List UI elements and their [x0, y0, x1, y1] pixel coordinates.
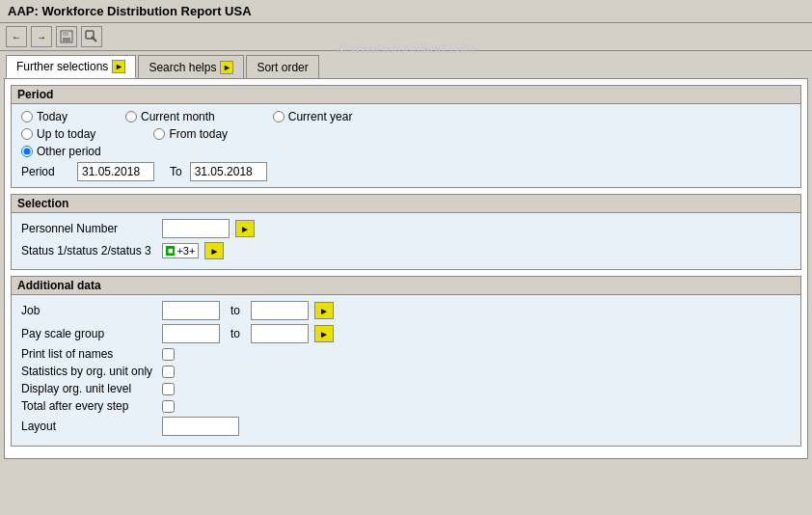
period-current-year-radio[interactable]: [273, 111, 284, 122]
period-up-to-today-item: Up to today: [21, 127, 95, 141]
period-current-year-label: Current year: [288, 110, 353, 123]
period-from-today-item: From today: [153, 127, 228, 141]
job-input[interactable]: [162, 301, 220, 320]
print-list-checkbox[interactable]: [162, 348, 175, 361]
personnel-number-input[interactable]: [162, 219, 230, 238]
period-field-label: Period: [21, 165, 69, 178]
main-content: Period Today Current month Current year: [4, 78, 808, 459]
period-other-item: Other period: [21, 145, 101, 158]
period-today-item: Today: [21, 110, 68, 123]
job-to-input[interactable]: [251, 301, 309, 320]
status-row: Status 1/status 2/status 3 ■ +3+ ►: [21, 242, 791, 259]
pay-scale-input[interactable]: [162, 324, 220, 343]
statistics-label: Statistics by org. unit only: [21, 365, 156, 378]
period-from-input[interactable]: [77, 162, 154, 181]
total-row: Total after every step: [21, 399, 791, 413]
tab-further-selections-label: Further selections: [16, 60, 108, 73]
period-row-1: Today Current month Current year: [21, 110, 791, 123]
tab-further-selections-arrow: ►: [112, 60, 125, 73]
display-org-row: Display org. unit level: [21, 382, 791, 395]
job-arrow-btn[interactable]: ►: [314, 302, 334, 319]
job-row: Job to ►: [21, 301, 791, 320]
pay-scale-arrow-btn[interactable]: ►: [314, 325, 334, 342]
personnel-number-label: Personnel Number: [21, 222, 156, 235]
title-bar: AAP: Workforce Distribution Report USA: [0, 0, 812, 23]
total-checkbox[interactable]: [162, 400, 175, 413]
period-today-label: Today: [37, 110, 68, 123]
selection-section-body: Personnel Number ► Status 1/status 2/sta…: [12, 213, 800, 269]
period-from-today-label: From today: [169, 127, 228, 141]
pay-scale-to-input[interactable]: [251, 324, 309, 343]
period-other-radio[interactable]: [21, 146, 33, 157]
statistics-row: Statistics by org. unit only: [21, 365, 791, 378]
toolbar: ← →: [0, 23, 812, 51]
back-button[interactable]: ←: [6, 26, 27, 47]
pay-scale-row: Pay scale group to ►: [21, 324, 791, 343]
print-list-row: Print list of names: [21, 347, 791, 361]
additional-section-body: Job to ► Pay scale group to ► Print list…: [12, 295, 800, 446]
period-current-month-item: Current month: [125, 110, 215, 123]
total-label: Total after every step: [21, 399, 156, 413]
display-org-label: Display org. unit level: [21, 382, 156, 395]
layout-label: Layout: [21, 420, 156, 433]
statistics-checkbox[interactable]: [162, 366, 175, 378]
app-title: AAP: Workforce Distribution Report USA: [8, 4, 252, 18]
tab-further-selections[interactable]: Further selections ►: [6, 55, 136, 78]
period-current-month-radio[interactable]: [125, 111, 137, 122]
forward-button[interactable]: →: [31, 26, 52, 47]
display-org-checkbox[interactable]: [162, 383, 175, 395]
period-section-body: Today Current month Current year Up to t…: [12, 104, 800, 187]
selection-section: Selection Personnel Number ► Status 1/st…: [11, 194, 801, 270]
period-to-label: To: [170, 165, 182, 178]
layout-input[interactable]: [162, 417, 239, 436]
period-up-to-today-label: Up to today: [37, 127, 95, 141]
job-label: Job: [21, 304, 156, 317]
tab-search-helps[interactable]: Search helps ►: [138, 55, 244, 78]
period-to-input[interactable]: [190, 162, 267, 181]
period-up-to-today-radio[interactable]: [21, 128, 33, 140]
svg-rect-1: [63, 31, 68, 36]
tab-bar: Further selections ► Search helps ► Sort…: [0, 51, 812, 78]
svg-rect-2: [63, 38, 70, 41]
period-current-month-label: Current month: [141, 110, 215, 123]
period-section: Period Today Current month Current year: [11, 85, 801, 188]
layout-row: Layout: [21, 417, 791, 436]
tab-search-helps-arrow: ►: [220, 61, 233, 74]
save-button[interactable]: [56, 26, 77, 47]
tab-search-helps-label: Search helps: [149, 61, 216, 74]
status-arrow-btn[interactable]: ►: [204, 242, 224, 259]
personnel-number-arrow-btn[interactable]: ►: [235, 220, 255, 237]
tab-sort-order-label: Sort order: [257, 61, 308, 74]
period-from-today-radio[interactable]: [153, 128, 165, 140]
period-today-radio[interactable]: [21, 111, 33, 122]
additional-section: Additional data Job to ► Pay scale group…: [11, 276, 801, 447]
status-icon: ■: [166, 246, 175, 256]
period-current-year-item: Current year: [273, 110, 353, 123]
period-other-label: Other period: [37, 145, 101, 158]
status-label: Status 1/status 2/status 3: [21, 244, 156, 258]
print-list-label: Print list of names: [21, 347, 156, 361]
status-badge: ■ +3+: [162, 243, 199, 258]
status-badge-text: +3+: [176, 245, 195, 257]
period-row-3: Other period: [21, 145, 791, 158]
period-row-2: Up to today From today: [21, 127, 791, 141]
tab-sort-order[interactable]: Sort order: [246, 55, 318, 78]
pay-scale-label: Pay scale group: [21, 327, 156, 340]
selection-section-header: Selection: [12, 195, 800, 213]
period-date-row: Period To: [21, 162, 791, 181]
period-section-header: Period: [12, 86, 800, 104]
additional-section-header: Additional data: [12, 277, 800, 295]
job-to-label: to: [226, 304, 245, 317]
personnel-number-row: Personnel Number ►: [21, 219, 791, 238]
find-button[interactable]: [81, 26, 102, 47]
pay-scale-to-label: to: [226, 327, 245, 340]
